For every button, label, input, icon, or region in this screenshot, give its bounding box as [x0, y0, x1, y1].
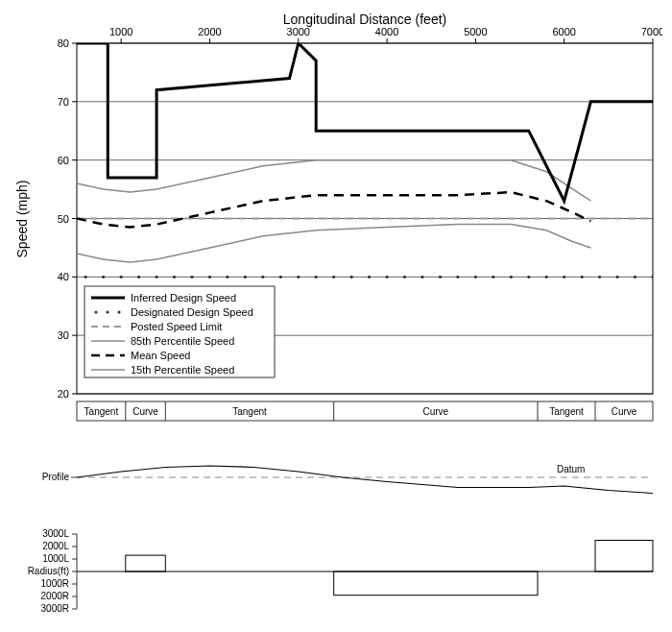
series-group — [77, 43, 655, 279]
svg-rect-117 — [334, 571, 538, 596]
svg-point-74 — [117, 310, 120, 313]
svg-text:Profile: Profile — [42, 472, 70, 482]
svg-point-63 — [563, 276, 565, 279]
svg-text:Curve: Curve — [132, 406, 158, 417]
svg-text:1000: 1000 — [109, 26, 132, 37]
svg-text:Datum: Datum — [557, 464, 585, 474]
svg-point-40 — [156, 276, 158, 279]
svg-point-67 — [634, 276, 636, 279]
svg-point-64 — [581, 276, 584, 279]
svg-point-61 — [527, 276, 530, 279]
svg-text:3000L: 3000L — [42, 528, 69, 539]
svg-point-52 — [368, 276, 371, 279]
svg-text:2000L: 2000L — [42, 541, 69, 551]
svg-text:40: 40 — [58, 271, 69, 282]
svg-text:4000: 4000 — [375, 26, 398, 37]
svg-point-54 — [403, 276, 406, 279]
svg-text:Designated Design Speed: Designated Design Speed — [131, 306, 253, 318]
svg-point-66 — [616, 276, 619, 279]
x-ticks — [121, 38, 653, 43]
svg-point-47 — [279, 276, 282, 279]
svg-text:Curve: Curve — [612, 406, 637, 417]
svg-text:15th Percentile Speed: 15th Percentile Speed — [131, 364, 234, 376]
svg-text:60: 60 — [58, 155, 69, 166]
svg-text:20: 20 — [58, 388, 69, 400]
svg-text:2000: 2000 — [198, 26, 221, 37]
series-mean — [77, 192, 590, 228]
svg-rect-116 — [126, 555, 166, 571]
svg-text:Tangent: Tangent — [549, 406, 584, 417]
profile-chart: Profile Datum — [42, 464, 653, 494]
svg-text:Mean Speed: Mean Speed — [131, 350, 190, 361]
svg-point-43 — [208, 276, 211, 279]
svg-point-62 — [545, 276, 548, 279]
svg-point-49 — [315, 276, 318, 279]
segment-bar: Tangent Curve Tangent Curve Tangent Curv… — [77, 401, 653, 421]
svg-point-53 — [386, 276, 389, 279]
svg-text:Curve: Curve — [422, 406, 448, 417]
svg-point-55 — [420, 276, 423, 279]
svg-text:Tangent: Tangent — [232, 406, 267, 417]
svg-text:5000: 5000 — [464, 26, 487, 37]
chart-figure: Longitudinal Distance (feet) Speed (mph) — [10, 10, 662, 622]
svg-text:Inferred Design Speed: Inferred Design Speed — [131, 292, 236, 304]
svg-text:50: 50 — [58, 213, 69, 225]
svg-point-37 — [102, 276, 105, 279]
svg-text:3000R: 3000R — [41, 603, 69, 614]
svg-point-41 — [173, 276, 176, 279]
svg-text:Radius(ft): Radius(ft) — [28, 566, 69, 576]
svg-text:85th Percentile Speed: 85th Percentile Speed — [131, 335, 234, 347]
svg-point-42 — [190, 276, 193, 279]
svg-point-73 — [106, 310, 108, 313]
svg-text:6000: 6000 — [552, 26, 575, 37]
svg-point-36 — [84, 276, 87, 279]
svg-point-57 — [456, 276, 459, 279]
svg-point-48 — [297, 276, 300, 279]
svg-point-39 — [137, 276, 140, 279]
x-axis-title: Longitudinal Distance (feet) — [283, 12, 446, 27]
y-axis-title: Speed (mph) — [14, 181, 30, 258]
series-85th — [77, 160, 590, 202]
svg-point-45 — [244, 276, 247, 279]
radius-chart: 3000L 2000L 1000L Radius(ft) 1000R 2000R… — [28, 528, 653, 614]
svg-point-50 — [332, 276, 335, 279]
svg-text:7000: 7000 — [641, 26, 662, 37]
svg-text:30: 30 — [58, 329, 69, 341]
svg-text:1000R: 1000R — [41, 578, 69, 589]
svg-text:Tangent: Tangent — [84, 406, 119, 417]
svg-point-58 — [474, 276, 477, 279]
svg-point-59 — [492, 276, 494, 279]
svg-text:1000L: 1000L — [42, 553, 69, 564]
svg-point-60 — [510, 276, 513, 279]
y-tick-labels: 80 70 60 50 40 30 20 — [58, 37, 69, 400]
svg-point-72 — [94, 310, 97, 313]
svg-point-68 — [651, 276, 654, 279]
legend: Inferred Design Speed Designated Design … — [84, 286, 275, 377]
svg-point-65 — [598, 276, 601, 279]
svg-point-38 — [120, 276, 123, 279]
svg-point-44 — [226, 276, 228, 279]
svg-point-56 — [439, 276, 442, 279]
svg-point-51 — [350, 276, 353, 279]
svg-rect-118 — [595, 541, 653, 572]
svg-text:2000R: 2000R — [41, 591, 69, 601]
y-ticks — [72, 43, 77, 394]
svg-text:80: 80 — [58, 37, 69, 49]
svg-text:70: 70 — [58, 96, 69, 108]
x-tick-labels: 1000 2000 3000 4000 5000 6000 7000 — [109, 26, 662, 37]
svg-point-46 — [261, 276, 264, 279]
series-15th — [77, 225, 590, 263]
series-inferred — [77, 43, 653, 201]
svg-text:Posted Speed Limit: Posted Speed Limit — [131, 321, 222, 332]
main-chart: Longitudinal Distance (feet) Speed (mph) — [14, 12, 662, 421]
svg-text:3000: 3000 — [287, 26, 310, 37]
